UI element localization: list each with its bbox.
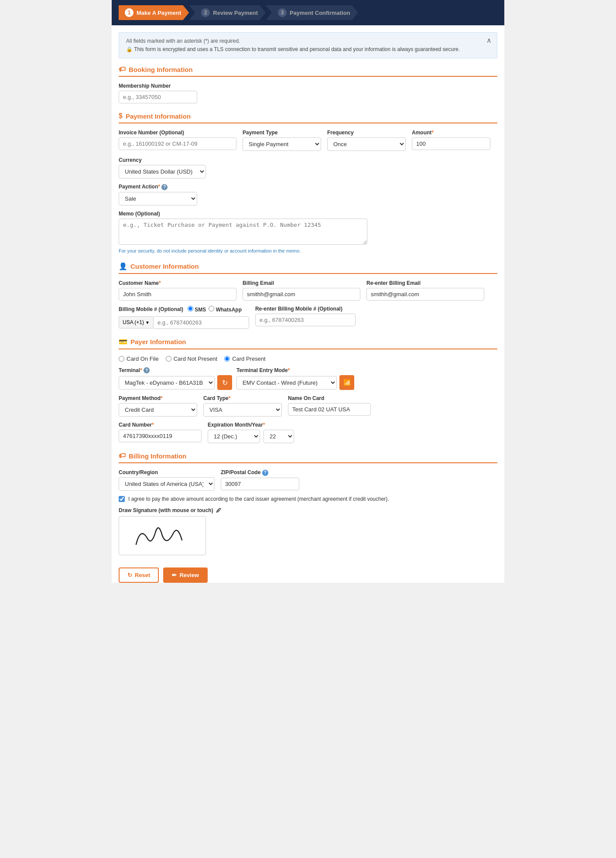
customer-name-input[interactable]: [119, 288, 236, 301]
step-3-number: 3: [278, 8, 287, 17]
name-on-card-group: Name On Card: [288, 395, 371, 417]
re-enter-billing-email-group: Re-enter Billing Email: [366, 280, 484, 301]
mobile-input-row: USA (+1) ▼: [119, 316, 249, 329]
payer-options: Card On File Card Not Present Card Prese…: [119, 356, 497, 362]
memo-group: Memo (Optional) For your security, do no…: [119, 211, 367, 253]
payment-method-label: Payment Method*: [119, 395, 197, 401]
expiration-year-select[interactable]: 22 23 24 25 26 27 28: [264, 430, 294, 443]
agree-checkbox[interactable]: [119, 496, 125, 502]
whatsapp-radio[interactable]: [209, 306, 214, 311]
payment-type-label: Payment Type: [243, 130, 321, 136]
card-present-label: Card Present: [224, 356, 266, 362]
whatsapp-radio-label: WhatsApp: [209, 306, 242, 313]
amount-input[interactable]: [412, 137, 490, 150]
currency-group: Currency United States Dollar (USD) Euro…: [119, 157, 206, 178]
frequency-select[interactable]: Once Daily Weekly Monthly: [327, 137, 406, 151]
country-region-group: Country/Region United States of America …: [119, 469, 215, 491]
card-not-present-label: Card Not Present: [166, 356, 217, 362]
zip-code-input[interactable]: [221, 478, 299, 490]
membership-number-input[interactable]: [119, 91, 197, 103]
country-region-label: Country/Region: [119, 469, 215, 475]
signature-svg: [123, 518, 202, 553]
action-row: ↻ Reset ✏ Review: [119, 564, 497, 583]
sms-radio[interactable]: [188, 306, 193, 311]
card-type-group: Card Type* VISA Mastercard Amex Discover: [203, 395, 282, 417]
name-on-card-label: Name On Card: [288, 395, 371, 401]
customer-name-group: Customer Name*: [119, 280, 236, 301]
card-type-label: Card Type*: [203, 395, 282, 401]
card-type-select[interactable]: VISA Mastercard Amex Discover: [203, 403, 282, 417]
memo-hint: For your security, do not include person…: [119, 248, 367, 253]
card-on-file-radio[interactable]: [119, 356, 124, 362]
payment-action-help-icon[interactable]: ?: [161, 184, 168, 190]
zip-code-label: ZIP/Postal Code ?: [221, 469, 299, 476]
step-2-number: 2: [201, 8, 210, 17]
payment-action-label: Payment Action* ?: [119, 184, 197, 190]
invoice-number-input[interactable]: [119, 137, 236, 150]
terminal-select[interactable]: MagTek - eDynamo - B61A31B: [119, 376, 215, 390]
review-button[interactable]: ✏ Review: [163, 567, 208, 583]
step-3[interactable]: 3 Payment Confirmation: [266, 5, 358, 20]
billing-email-input[interactable]: [243, 288, 360, 301]
expiration-month-select[interactable]: 01 (Jan.) 02 (Feb.) 03 (Mar.) 04 (Apr.) …: [208, 430, 260, 443]
terminal-row: Terminal* ? MagTek - eDynamo - B61A31B ↻…: [119, 367, 497, 390]
payment-icon: $: [119, 112, 123, 120]
booking-section: 🏷 Booking Information Membership Number: [119, 65, 497, 103]
booking-form-row: Membership Number: [119, 83, 497, 103]
stepper: 1 Make A Payment 2 Review Payment 3 Paym…: [112, 0, 504, 25]
reset-button[interactable]: ↻ Reset: [119, 567, 159, 583]
signal-button[interactable]: 📶: [339, 375, 354, 390]
payment-method-select[interactable]: Credit Card Debit Card ACH: [119, 403, 197, 417]
payment-action-select[interactable]: Sale Authorization: [119, 192, 197, 205]
payer-title: 💳 Payer Information: [119, 338, 497, 349]
re-enter-billing-email-input[interactable]: [366, 288, 484, 301]
frequency-label: Frequency: [327, 130, 406, 136]
signature-box[interactable]: [119, 516, 206, 555]
payment-method-group: Payment Method* Credit Card Debit Card A…: [119, 395, 197, 417]
step-2[interactable]: 2 Review Payment: [189, 5, 266, 20]
required-text: All fields marked with an asterisk (*) a…: [126, 37, 490, 45]
terminal-help-icon[interactable]: ?: [144, 367, 150, 373]
step-1[interactable]: 1 Make A Payment: [119, 5, 189, 20]
terminal-refresh-button[interactable]: ↻: [217, 375, 232, 390]
billing-mobile-input[interactable]: [153, 316, 249, 329]
payment-type-select[interactable]: Single Payment Recurring Payment: [243, 137, 321, 151]
memo-label: Memo (Optional): [119, 211, 367, 217]
reset-icon: ↻: [127, 572, 132, 578]
step-1-label: Make A Payment: [137, 10, 181, 16]
billing-mobile-label: Billing Mobile # (Optional): [119, 306, 183, 312]
terminal-group: Terminal* ? MagTek - eDynamo - B61A31B ↻: [119, 367, 232, 390]
card-number-input[interactable]: [119, 430, 202, 442]
payment-type-group: Payment Type Single Payment Recurring Pa…: [243, 130, 321, 151]
terminal-entry-mode-select[interactable]: EMV Contact - Wired (Future) Swipe Manua…: [236, 376, 337, 390]
country-region-select[interactable]: United States of America (USA) Canada Un…: [119, 477, 215, 491]
payment-method-row: Payment Method* Credit Card Debit Card A…: [119, 395, 497, 417]
invoice-number-label: Invoice Number (Optional): [119, 130, 236, 136]
payment-form-row-1: Invoice Number (Optional) Payment Type S…: [119, 130, 497, 178]
customer-section: 👤 Customer Information Customer Name* Bi…: [119, 262, 497, 329]
expiration-label: Expiration Month/Year*: [208, 422, 294, 428]
name-on-card-input[interactable]: [288, 403, 371, 416]
re-enter-mobile-input[interactable]: [255, 314, 356, 326]
billing-email-group: Billing Email: [243, 280, 360, 301]
booking-title: 🏷 Booking Information: [119, 65, 497, 77]
zip-code-help-icon[interactable]: ?: [262, 470, 268, 476]
step-2-label: Review Payment: [213, 10, 258, 16]
card-not-present-radio[interactable]: [166, 356, 171, 362]
terminal-label: Terminal* ?: [119, 367, 232, 374]
card-present-radio[interactable]: [224, 356, 230, 362]
signature-section: Draw Signature (with mouse or touch) 🖊: [119, 507, 497, 555]
amount-label: Amount*: [412, 130, 490, 136]
re-enter-mobile-label: Re-enter Billing Mobile # (Optional): [255, 306, 356, 312]
collapse-button[interactable]: ∧: [486, 36, 492, 44]
currency-label: Currency: [119, 157, 206, 163]
billing-title: 🏷 Billing Information: [119, 452, 497, 463]
membership-number-group: Membership Number: [119, 83, 197, 103]
security-text: 🔒 This form is encrypted and uses a TLS …: [126, 45, 490, 54]
step-1-number: 1: [125, 8, 133, 17]
payment-section: $ Payment Information Invoice Number (Op…: [119, 112, 497, 253]
billing-email-label: Billing Email: [243, 280, 360, 286]
card-number-group: Card Number*: [119, 422, 202, 443]
memo-textarea[interactable]: [119, 219, 367, 245]
currency-select[interactable]: United States Dollar (USD) Euro (EUR) Br…: [119, 165, 206, 178]
